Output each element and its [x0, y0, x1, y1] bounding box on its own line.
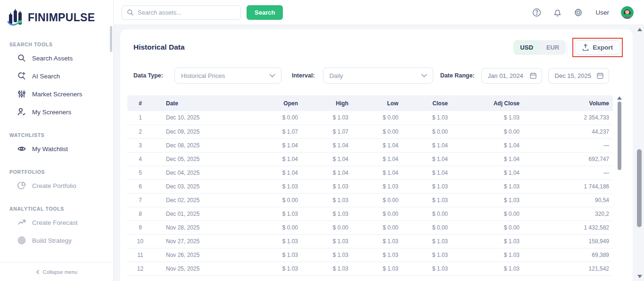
sidebar-item-build-strategy[interactable]: Build Strategy	[0, 231, 113, 249]
cell-open: $ 1.04	[248, 138, 302, 152]
date-from-value: Jan 01, 2024	[488, 72, 523, 79]
chevron-down-icon	[421, 74, 427, 77]
cell-high: $ 1.07	[302, 125, 352, 138]
cell-close: $ 0.00	[402, 221, 452, 234]
cell-open: $ 1.03	[248, 179, 302, 193]
sidebar-item-search-assets[interactable]: Search Assets	[0, 49, 113, 67]
cell-adj-close: $ 1.03	[452, 262, 523, 275]
sidebar-item-my-screeners[interactable]: My Screeners	[0, 103, 113, 121]
date-to-input[interactable]: Dec 15, 2025	[548, 68, 609, 84]
currency-eur-option[interactable]: EUR	[540, 40, 566, 55]
help-icon[interactable]	[532, 8, 541, 17]
cell-volume: 158,949	[523, 234, 613, 248]
cell-close: $ 1.02	[402, 275, 452, 277]
date-to-value: Dec 15, 2025	[555, 72, 591, 79]
table-row: 11 Nov 26, 2025 $ 1.03 $ 1.03 $ 1.03 $ 1…	[127, 248, 613, 262]
sidebar-item-label: Search Assets	[32, 55, 73, 62]
cell-volume: 1 744,186	[523, 179, 613, 193]
historical-data-table-container: # Date Open High Low Close Adj Close Vol…	[127, 95, 626, 277]
column-header-volume[interactable]: Volume	[523, 95, 613, 111]
cell-num: 9	[127, 221, 153, 234]
column-header-low[interactable]: Low	[352, 95, 402, 111]
cell-adj-close: $ 1.03	[452, 179, 523, 193]
column-header-high[interactable]: High	[302, 95, 352, 111]
cell-low: $ 1.03	[352, 179, 402, 193]
cell-high: $ 1.03	[302, 207, 352, 221]
cell-low: $ 1.04	[352, 166, 402, 179]
data-type-select[interactable]: Historical Prices	[174, 68, 281, 84]
table-row: 6 Dec 03, 2025 $ 1.03 $ 1.03 $ 1.03 $ 1.…	[127, 179, 613, 193]
search-button[interactable]: Search	[247, 5, 283, 20]
cell-close: $ 1.04	[402, 166, 452, 179]
cell-date: Nov 28, 2025	[153, 221, 248, 234]
table-row: 3 Dec 08, 2025 $ 1.04 $ 1.04 $ 1.04 $ 1.…	[127, 138, 613, 152]
settings-gear-icon[interactable]	[574, 8, 583, 17]
cell-date: Nov 27, 2025	[153, 234, 248, 248]
cell-volume: 90,54	[523, 193, 613, 207]
asset-search-box[interactable]	[122, 5, 241, 20]
cell-volume: 2 354,733	[523, 111, 613, 125]
page-title: Historical Data	[133, 43, 185, 51]
notifications-bell-icon[interactable]	[553, 8, 562, 17]
sidebar-item-create-forecast[interactable]: Create Forecast	[0, 213, 113, 231]
nav-section-analytical-tools: ANALYTICAL TOOLS	[0, 206, 113, 212]
table-scroll-up-arrow[interactable]	[617, 96, 622, 100]
user-avatar[interactable]	[621, 6, 634, 19]
cell-open: $ 1.03	[248, 248, 302, 262]
cell-date: Nov 25, 2025	[153, 262, 248, 275]
cell-close: $ 1.03	[402, 179, 452, 193]
sidebar-item-create-portfolio[interactable]: Create Portfolio	[0, 177, 113, 195]
cell-adj-close: $ 0.00	[452, 125, 523, 138]
cell-close: $ 1.04	[402, 152, 452, 166]
sidebar-item-my-watchlist[interactable]: My Watchlist	[0, 140, 113, 158]
cell-adj-close: $ 1.03	[452, 111, 523, 125]
column-header-date[interactable]: Date	[153, 95, 248, 111]
cell-volume: 121,542	[523, 262, 613, 275]
sidebar-item-market-screeners[interactable]: Market Screeners	[0, 85, 113, 103]
column-header-close[interactable]: Close	[402, 95, 452, 111]
cell-adj-close: $ 1.04	[452, 166, 523, 179]
date-from-input[interactable]: Jan 01, 2024	[481, 68, 542, 84]
cell-high: $ 1.02	[302, 275, 352, 277]
cell-low: $ 1.03	[352, 262, 402, 275]
window-scroll-down-arrow[interactable]	[637, 275, 642, 278]
window-scrollbar-thumb[interactable]	[637, 149, 642, 227]
sidebar-item-ai-search[interactable]: AI Search	[0, 67, 113, 85]
cell-open: $ 1.07	[248, 125, 302, 138]
cell-open: $ 1.04	[248, 166, 302, 179]
export-button[interactable]: Export	[575, 40, 620, 55]
cell-num: 11	[127, 248, 153, 262]
sidebar-scrollbar-thumb[interactable]	[110, 26, 112, 52]
cell-open: $ 1.02	[248, 275, 302, 277]
window-scroll-up-arrow[interactable]	[637, 28, 642, 31]
cell-close: $ 0.00	[402, 207, 452, 221]
data-type-value: Historical Prices	[181, 72, 225, 79]
cell-high: $ 1.03	[302, 262, 352, 275]
cell-date: Dec 03, 2025	[153, 179, 248, 193]
cell-low: $ 0.00	[352, 193, 402, 207]
column-header-open[interactable]: Open	[248, 95, 302, 111]
table-row: 10 Nov 27, 2025 $ 1.03 $ 1.03 $ 1.03 $ 1…	[127, 234, 613, 248]
cell-date: Dec 05, 2025	[153, 152, 248, 166]
currency-usd-option[interactable]: USD	[513, 40, 539, 55]
table-row: 12 Nov 25, 2025 $ 1.03 $ 1.03 $ 1.03 $ 1…	[127, 262, 613, 275]
collapse-menu-button[interactable]: Collapse menu	[0, 262, 113, 281]
column-header-adj-close[interactable]: Adj Close	[452, 95, 523, 111]
cell-num: 2	[127, 125, 153, 138]
cell-low: $ 1.04	[352, 152, 402, 166]
column-header-num[interactable]: #	[127, 95, 153, 111]
sidebar-item-label: Create Portfolio	[32, 182, 76, 189]
chevron-down-icon	[269, 74, 275, 77]
cell-num: 13	[127, 275, 153, 277]
cell-high: $ 1.03	[302, 193, 352, 207]
cell-close: $ 1.03	[402, 262, 452, 275]
person-check-icon	[17, 108, 26, 116]
table-row: 8 Dec 01, 2025 $ 1.03 $ 1.03 $ 0.00 $ 0.…	[127, 207, 613, 221]
interval-select[interactable]: Daily	[323, 68, 433, 84]
table-scrollbar-thumb[interactable]	[618, 102, 621, 170]
search-input[interactable]	[138, 9, 236, 16]
cell-close: $ 1.03	[402, 193, 452, 207]
user-label: User	[595, 9, 609, 16]
sidebar-item-label: My Screeners	[32, 109, 71, 116]
interval-label: Interval:	[292, 72, 315, 79]
